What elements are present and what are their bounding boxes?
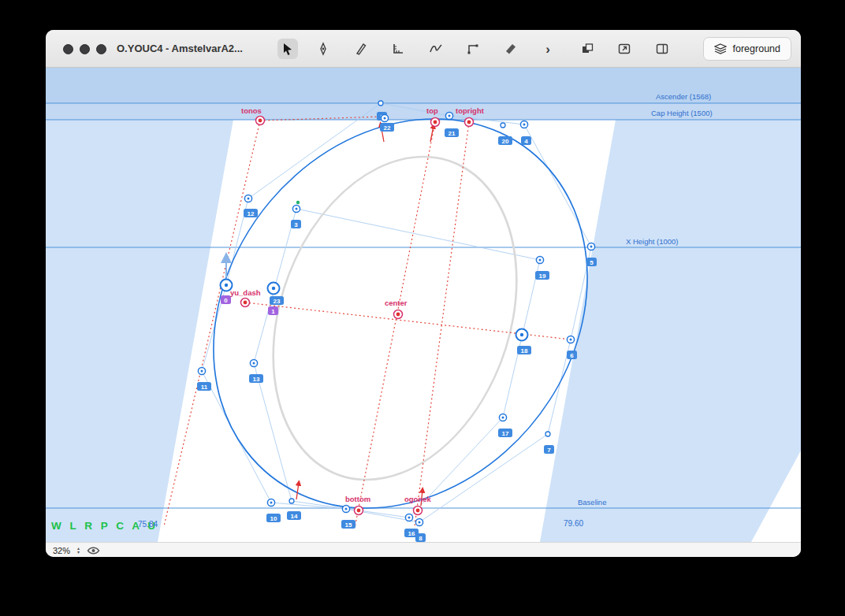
zoom-level: 32% (53, 546, 70, 555)
stepper-down-icon: ▾ (77, 551, 80, 555)
layers-icon (714, 43, 727, 54)
preview-panel-button[interactable] (614, 39, 635, 59)
svg-text:4: 4 (524, 138, 528, 145)
corner-tool-button[interactable] (463, 39, 483, 59)
glyph-canvas-svg: Ascender (1568)Cap Height (1500)X Height… (46, 68, 801, 542)
right-sidebearing-value: 79.60 (564, 519, 583, 528)
measure-icon (391, 42, 405, 56)
status-bar: 32% ▴▾ (46, 542, 801, 557)
glyph-node-1[interactable]: 1 (268, 306, 278, 315)
anchor-label: top (426, 106, 438, 115)
metric-label-baseline: Baseline (578, 498, 606, 507)
app-window: O.YOUC4 - AmstelvarA2... (46, 30, 801, 557)
svg-text:19: 19 (539, 273, 546, 280)
slice-icon (504, 42, 518, 56)
start-point-marker (296, 201, 300, 204)
metric-label-ascender: Ascender (1568) (656, 92, 711, 101)
svg-text:11: 11 (201, 384, 208, 391)
svg-text:13: 13 (253, 376, 260, 383)
anchor-label: topright (456, 106, 485, 115)
pen-icon (316, 42, 330, 56)
svg-text:12: 12 (248, 210, 255, 217)
svg-text:6: 6 (570, 352, 574, 359)
chevron-right-icon: › (545, 43, 550, 56)
traffic-light-minimize[interactable] (80, 44, 90, 54)
anchor-label: center (385, 299, 408, 307)
metric-label-cap-height: Cap Height (1500) (651, 109, 713, 117)
svg-text:17: 17 (502, 430, 509, 437)
corner-icon (466, 42, 480, 56)
split-panel-button[interactable] (652, 39, 672, 59)
traffic-light-zoom[interactable] (96, 44, 106, 54)
anchor-label: yu_dash (230, 288, 261, 297)
select-tool-button[interactable] (277, 39, 298, 59)
curves-icon (429, 42, 443, 56)
knife-icon (354, 42, 368, 56)
svg-text:0: 0 (224, 297, 228, 304)
metric-label-x-height: X Height (1000) (626, 237, 679, 246)
svg-text:10: 10 (270, 515, 277, 522)
traffic-light-close[interactable] (63, 44, 73, 54)
pen-tool-button[interactable] (313, 39, 333, 59)
anchor-label: tonos (241, 106, 262, 115)
svg-text:21: 21 (449, 130, 456, 137)
measure-tool-button[interactable] (388, 39, 408, 59)
zoom-stepper[interactable]: ▴▾ (77, 547, 80, 555)
svg-text:20: 20 (502, 138, 509, 145)
svg-text:7: 7 (547, 447, 551, 454)
slice-tool-button[interactable] (501, 39, 521, 59)
desktop: O.YOUC4 - AmstelvarA2... (0, 0, 845, 616)
curves-tool-button[interactable] (426, 39, 446, 59)
titlebar: O.YOUC4 - AmstelvarA2... (46, 30, 801, 68)
layer-selector-label: foreground (733, 43, 780, 54)
boolean-icon (580, 42, 594, 56)
svg-text:8: 8 (419, 535, 422, 542)
left-sidebearing-value: 75.84 (138, 520, 158, 529)
svg-text:18: 18 (521, 347, 528, 354)
preview-eye-icon[interactable] (87, 546, 100, 555)
layer-selector-button[interactable]: foreground (703, 37, 791, 61)
svg-text:22: 22 (384, 124, 391, 132)
anchor-label: bottom (345, 495, 370, 503)
svg-text:15: 15 (345, 521, 352, 529)
svg-text:23: 23 (274, 298, 281, 305)
panel-columns-icon (655, 42, 669, 56)
svg-text:5: 5 (590, 259, 594, 266)
more-tools-button[interactable]: › (538, 39, 558, 59)
svg-text:3: 3 (294, 221, 298, 228)
anchor-label: ogonek (404, 495, 431, 503)
svg-text:14: 14 (291, 513, 298, 520)
glyph-advance-box (158, 120, 616, 542)
svg-text:16: 16 (408, 530, 415, 537)
window-title: O.YOUC4 - AmstelvarA2... (117, 30, 243, 67)
glyph-editor-canvas[interactable]: Ascender (1568)Cap Height (1500)X Height… (46, 68, 801, 542)
svg-text:1: 1 (271, 308, 275, 315)
panel-export-icon (617, 42, 631, 56)
cursor-icon (281, 42, 295, 56)
knife-tool-button[interactable] (351, 39, 371, 59)
boolean-ops-button[interactable] (577, 39, 597, 59)
